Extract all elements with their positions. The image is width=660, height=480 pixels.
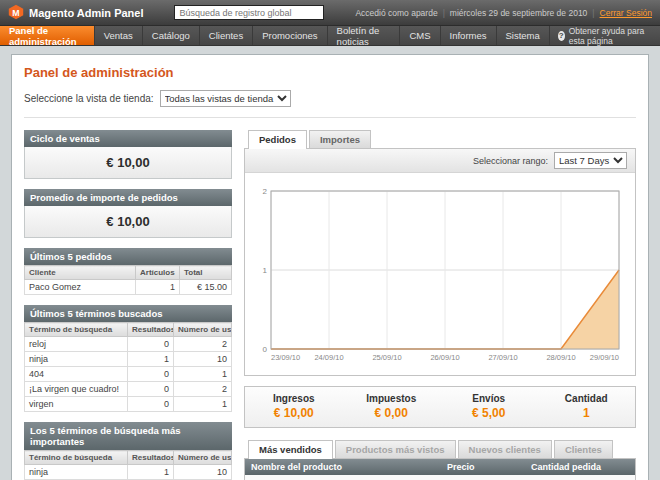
page-help-link[interactable]: ? Obtener ayuda para esta página: [550, 26, 660, 45]
global-search: [144, 5, 356, 20]
order-items: 1: [136, 280, 180, 295]
table-row[interactable]: virgen 0 1: [25, 397, 232, 412]
tab-orders[interactable]: Pedidos: [248, 130, 307, 149]
last-orders-table: Cliente Artículos Total Paco Gomez 1 € 1…: [24, 265, 232, 295]
last-search-title: Últimos 5 términos buscados: [24, 305, 232, 322]
lifetime-sales-title: Ciclo de ventas: [24, 130, 232, 147]
orders-chart: 01223/09/1024/09/1025/09/1026/09/1027/09…: [253, 181, 627, 367]
column-header: Nombre del producto: [245, 459, 441, 475]
stat-value: € 10,00: [245, 406, 343, 420]
stat-label: Envíos: [440, 393, 538, 404]
last-orders-title: Últimos 5 pedidos: [24, 248, 232, 265]
svg-text:27/09/10: 27/09/10: [488, 353, 517, 362]
svg-text:25/09/10: 25/09/10: [372, 353, 401, 362]
table-row[interactable]: ninja 1 10: [25, 465, 232, 480]
nav-item-system[interactable]: Sistema: [497, 26, 550, 45]
tab-most-viewed[interactable]: Productos más vistos: [335, 440, 456, 458]
logout-link[interactable]: Cerrar Sesión: [600, 8, 652, 18]
lifetime-sales-panel: Ciclo de ventas € 10,00: [24, 130, 232, 179]
column-header: Precio: [441, 459, 525, 475]
search-uses: 2: [174, 337, 232, 352]
stat-value: € 5,00: [440, 406, 538, 420]
search-uses: 2: [174, 382, 232, 397]
svg-text:28/09/10: 28/09/10: [546, 353, 575, 362]
column-header: Resultados: [128, 323, 174, 337]
lifetime-sales-value: € 10,00: [24, 147, 232, 179]
last-orders-panel: Últimos 5 pedidos Cliente Artículos Tota…: [24, 248, 232, 295]
search-term: ninja: [25, 352, 128, 367]
search-term: ninja: [25, 465, 128, 480]
range-bar: Seleccionar rango: Last 7 Days: [245, 149, 635, 173]
top-search-table: Término de búsqueda Resultados Número de…: [24, 450, 232, 480]
tab-amounts[interactable]: Importes: [309, 130, 371, 148]
tab-new-customers[interactable]: Nuevos clientes: [458, 440, 552, 458]
logged-in-as: Accedió como aparde: [355, 8, 437, 18]
column-header: Término de búsqueda: [25, 451, 128, 465]
top-header: M Magento Admin Panel Accedió como apard…: [0, 0, 660, 26]
nav-item-cms[interactable]: CMS: [400, 26, 440, 45]
order-customer: Paco Gomez: [25, 280, 136, 295]
tab-customers[interactable]: Clientes: [554, 440, 613, 458]
global-search-input[interactable]: [174, 5, 324, 20]
help-label: Obtener ayuda para esta página: [569, 26, 652, 46]
chart-tabs: Pedidos Importes: [244, 130, 636, 148]
search-uses: 1: [174, 367, 232, 382]
stat-tax: Impuestos € 0,00: [343, 393, 441, 420]
search-results: 1: [128, 352, 174, 367]
stat-quantity: Cantidad 1: [538, 393, 636, 420]
stat-revenue: Ingresos € 10,00: [245, 393, 343, 420]
nav-item-catalog[interactable]: Catálogo: [143, 26, 200, 45]
search-term: virgen: [25, 397, 128, 412]
column-header: Total: [180, 266, 232, 280]
table-row[interactable]: 404 0 1: [25, 367, 232, 382]
store-switcher: Seleccione la vista de tienda: Todas las…: [24, 90, 636, 118]
help-icon: ?: [558, 31, 565, 41]
column-header: Cliente: [25, 266, 136, 280]
brand: M Magento Admin Panel: [8, 4, 144, 22]
svg-text:23/09/10: 23/09/10: [271, 353, 300, 362]
search-results: 0: [128, 367, 174, 382]
nav-item-reports[interactable]: Informes: [441, 26, 497, 45]
svg-text:1: 1: [263, 266, 268, 275]
nav-item-sales[interactable]: Ventas: [95, 26, 143, 45]
search-term: 404: [25, 367, 128, 382]
orders-chart-panel: Seleccionar rango: Last 7 Days 01223/09/…: [244, 148, 636, 376]
user-area: Accedió como aparde | miércoles 29 de se…: [355, 8, 652, 18]
content-panel: Panel de administración Seleccione la vi…: [11, 54, 649, 480]
separator: |: [592, 8, 594, 18]
top-search-panel: Los 5 términos de búsqueda más important…: [24, 422, 232, 480]
svg-text:0: 0: [263, 345, 268, 354]
search-results: 1: [128, 465, 174, 480]
svg-text:24/09/10: 24/09/10: [314, 353, 343, 362]
table-row[interactable]: ninja 1 10: [25, 352, 232, 367]
column-header: Resultados: [128, 451, 174, 465]
order-total: € 15.00: [180, 280, 232, 295]
search-uses: 1: [174, 397, 232, 412]
stat-value: 1: [538, 406, 636, 420]
tab-bestsellers[interactable]: Más vendidos: [248, 440, 333, 459]
column-header: Número de usos: [174, 451, 232, 465]
last-search-table: Término de búsqueda Resultados Número de…: [24, 322, 232, 412]
brand-title: Magento Admin Panel: [29, 7, 144, 19]
magento-logo-icon: M: [8, 4, 24, 22]
table-row[interactable]: ¡La virgen que cuadro! 0 2: [25, 382, 232, 397]
table-row[interactable]: reloj 0 2: [25, 337, 232, 352]
main-nav: Panel de administración Ventas Catálogo …: [0, 26, 660, 46]
table-row[interactable]: Paco Gomez 1 € 15.00: [25, 280, 232, 295]
search-uses: 10: [174, 352, 232, 367]
content-outer: Panel de administración Seleccione la vi…: [0, 46, 660, 480]
svg-text:M: M: [12, 7, 19, 17]
bestsellers-table: Nombre del producto Precio Cantidad pedi…: [244, 458, 636, 480]
search-results: 0: [128, 337, 174, 352]
store-switcher-select[interactable]: Todas las vistas de tienda: [160, 90, 291, 107]
range-select[interactable]: Last 7 Days: [554, 152, 627, 169]
current-date: miércoles 29 de septiembre de 2010: [450, 8, 588, 18]
nav-item-newsletter[interactable]: Boletín de noticias: [328, 26, 401, 45]
nav-item-dashboard[interactable]: Panel de administración: [0, 26, 95, 45]
nav-item-promotions[interactable]: Promociones: [253, 26, 327, 45]
nav-item-customers[interactable]: Clientes: [200, 26, 253, 45]
column-header: Artículos: [136, 266, 180, 280]
top-search-title: Los 5 términos de búsqueda más important…: [24, 422, 232, 450]
stat-label: Impuestos: [343, 393, 441, 404]
search-uses: 10: [174, 465, 232, 480]
